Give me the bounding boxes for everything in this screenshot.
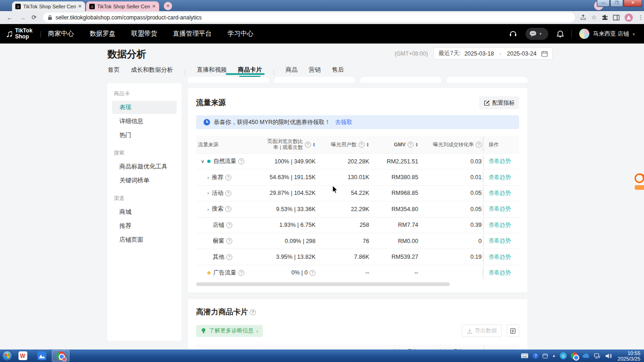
topnav-item[interactable]: 学习中心 bbox=[228, 30, 254, 38]
view-trend-link[interactable]: 查看趋势 bbox=[489, 221, 511, 229]
help-icon[interactable]: ? bbox=[226, 238, 232, 244]
help-icon[interactable]: ? bbox=[238, 158, 244, 164]
window-minimize-button[interactable]: — bbox=[597, 0, 610, 7]
view-trend-link[interactable]: 查看趋势 bbox=[489, 253, 511, 261]
tray-expand-caret-icon[interactable]: ▲ bbox=[552, 354, 556, 358]
sidebar-item-商城[interactable]: 商城 bbox=[107, 206, 181, 218]
start-button[interactable] bbox=[2, 350, 12, 361]
floating-promo-widget[interactable] bbox=[631, 172, 644, 191]
sort-icon[interactable]: ▲▼ bbox=[366, 142, 369, 147]
tray-help-icon[interactable]: ? bbox=[533, 353, 539, 359]
tab-close-icon[interactable]: ✕ bbox=[152, 4, 156, 9]
bookmark-star-icon[interactable]: ☆ bbox=[591, 14, 597, 21]
window-close-button[interactable]: ✕ bbox=[624, 0, 642, 7]
export-data-button[interactable]: 导出数据 bbox=[462, 325, 502, 337]
window-maximize-button[interactable]: ❐ bbox=[610, 0, 623, 7]
help-icon[interactable]: ? bbox=[310, 270, 316, 276]
table-row[interactable]: ∨自然流量?100% | 349.90K202.28KRM2,251.510.0… bbox=[196, 153, 519, 169]
help-icon[interactable]: ? bbox=[225, 175, 231, 181]
sort-icon[interactable]: ▲▼ bbox=[313, 142, 316, 147]
cell-views: 1.93% | 6.75K bbox=[261, 222, 317, 228]
view-trend-link[interactable]: 查看趋势 bbox=[489, 189, 511, 197]
help-icon[interactable]: ? bbox=[305, 142, 311, 148]
tab-成长和数据分析[interactable]: 成长和数据分析 bbox=[131, 66, 173, 77]
notifications-bell-icon[interactable] bbox=[557, 30, 564, 38]
help-icon[interactable]: ? bbox=[476, 142, 482, 148]
table-row[interactable]: ›搜索?9.53% | 33.36K22.29KRM354.800.05查看趋势 bbox=[196, 201, 519, 217]
back-icon[interactable]: ← bbox=[6, 14, 13, 21]
help-icon[interactable]: ? bbox=[250, 309, 256, 315]
chevron-right-icon[interactable]: › bbox=[207, 190, 209, 196]
table-row[interactable]: ›活动?29.87% | 104.52K54.22KRM968.850.05查看… bbox=[196, 185, 519, 201]
chevron-right-icon[interactable]: › bbox=[207, 175, 209, 180]
tab-close-icon[interactable]: ✕ bbox=[78, 4, 82, 9]
topnav-item[interactable]: 直播管理平台 bbox=[173, 30, 212, 38]
cell-cvr: 0 bbox=[420, 238, 483, 244]
topnav-item[interactable]: 商家中心 bbox=[48, 30, 74, 38]
side-panel-icon[interactable] bbox=[613, 15, 619, 20]
help-icon[interactable]: ? bbox=[408, 142, 414, 148]
sidebar-item-关键词榜单[interactable]: 关键词榜单 bbox=[107, 174, 181, 187]
table-row[interactable]: ›推荐?54.63% | 191.15K130.01KRM380.850.01查… bbox=[196, 169, 519, 185]
help-icon[interactable]: ? bbox=[225, 190, 231, 196]
shop-avatar[interactable] bbox=[579, 29, 589, 39]
view-trend-link[interactable]: 查看趋势 bbox=[489, 205, 511, 213]
forward-icon[interactable]: → bbox=[19, 14, 26, 21]
sidebar-item-详细信息[interactable]: 详细信息 bbox=[107, 115, 181, 128]
view-trend-link[interactable]: 查看趋势 bbox=[489, 269, 511, 277]
help-icon[interactable]: ? bbox=[359, 142, 365, 148]
report-icon-button[interactable] bbox=[507, 325, 519, 337]
new-tab-button[interactable]: + bbox=[164, 2, 172, 10]
menu-kebab-icon[interactable]: ⋮ bbox=[638, 14, 644, 21]
sidebar-item-商品标题优化工具[interactable]: 商品标题优化工具 bbox=[107, 160, 181, 173]
chevron-right-icon[interactable]: › bbox=[207, 206, 209, 212]
reload-icon[interactable]: ⟳ bbox=[31, 14, 37, 21]
tray-messenger-icon[interactable]: S bbox=[560, 352, 567, 359]
profile-avatar[interactable] bbox=[625, 13, 633, 22]
help-icon[interactable]: ? bbox=[238, 270, 244, 276]
extensions-puzzle-icon[interactable] bbox=[602, 14, 608, 20]
url-bar[interactable]: seller.tiktokglobalshop.com/compass/prod… bbox=[43, 12, 575, 22]
taskbar-mountain-app-icon[interactable] bbox=[33, 350, 50, 362]
taskbar-chrome-icon[interactable] bbox=[52, 350, 69, 362]
shop-switcher[interactable]: 马来西亚 店铺 ▾ bbox=[593, 30, 638, 38]
claim-coupon-link[interactable]: 去领取 bbox=[335, 119, 353, 126]
configure-metrics-button[interactable]: 配置指标 bbox=[479, 96, 519, 109]
tray-keyboard-icon[interactable] bbox=[521, 353, 528, 358]
sidebar: 商品卡表现详细信息热门搜索商品标题优化工具关键词榜单渠道商城推荐店铺页面 bbox=[107, 83, 181, 341]
tray-volume-icon[interactable] bbox=[605, 353, 612, 359]
tab-首页[interactable]: 首页 bbox=[108, 66, 120, 77]
headset-support-icon[interactable] bbox=[509, 30, 517, 38]
tray-window-icon[interactable] bbox=[543, 354, 548, 358]
help-icon[interactable]: ? bbox=[226, 222, 232, 228]
view-trend-link[interactable]: 查看趋势 bbox=[489, 237, 511, 245]
sidebar-item-推荐[interactable]: 推荐 bbox=[107, 219, 181, 232]
browser-tab-1[interactable]: ♪ TikTok Shop Seller Center | Cr ✕ bbox=[12, 1, 85, 11]
tray-cloud-icon[interactable] bbox=[582, 353, 590, 358]
diagnosis-link-pill[interactable]: 了解更多诊断信息 › bbox=[196, 325, 263, 337]
cell-action: 查看趋势 bbox=[483, 169, 519, 185]
cell-action: 查看趋势 bbox=[483, 154, 519, 169]
sidebar-item-店铺页面[interactable]: 店铺页面 bbox=[107, 233, 181, 246]
help-icon[interactable]: ? bbox=[225, 206, 231, 212]
view-trend-link[interactable]: 查看趋势 bbox=[489, 157, 511, 165]
share-icon[interactable] bbox=[580, 14, 586, 20]
browser-toolbar: ← → ⟳ seller.tiktokglobalshop.com/compas… bbox=[0, 11, 644, 24]
tray-chrome-icon[interactable] bbox=[571, 352, 578, 359]
scrollbar-thumb[interactable] bbox=[196, 282, 450, 286]
topnav-item[interactable]: 联盟带货 bbox=[131, 30, 157, 38]
taskbar-wps-icon[interactable]: W bbox=[14, 350, 31, 362]
tiktok-shop-logo[interactable]: ♫ TikTokShop bbox=[6, 28, 32, 40]
message-center-button[interactable]: ▾ bbox=[526, 28, 548, 40]
sidebar-item-热门[interactable]: 热门 bbox=[107, 129, 181, 142]
sidebar-item-表现[interactable]: 表现 bbox=[112, 101, 177, 114]
tray-network-icon[interactable] bbox=[594, 353, 601, 359]
view-trend-link[interactable]: 查看趋势 bbox=[489, 174, 511, 181]
browser-tab-2[interactable]: ♪ TikTok Shop Seller Center | Cr ✕ bbox=[86, 1, 159, 11]
taskbar-clock[interactable]: 10:55 2025/3/25 bbox=[618, 350, 640, 362]
topnav-item[interactable]: 数据罗盘 bbox=[90, 30, 116, 38]
chevron-down-icon[interactable]: ∨ bbox=[201, 158, 204, 164]
sort-icon[interactable]: ▲▼ bbox=[415, 142, 418, 147]
help-icon[interactable]: ? bbox=[226, 254, 232, 260]
source-name: 广告流量 bbox=[213, 269, 236, 277]
